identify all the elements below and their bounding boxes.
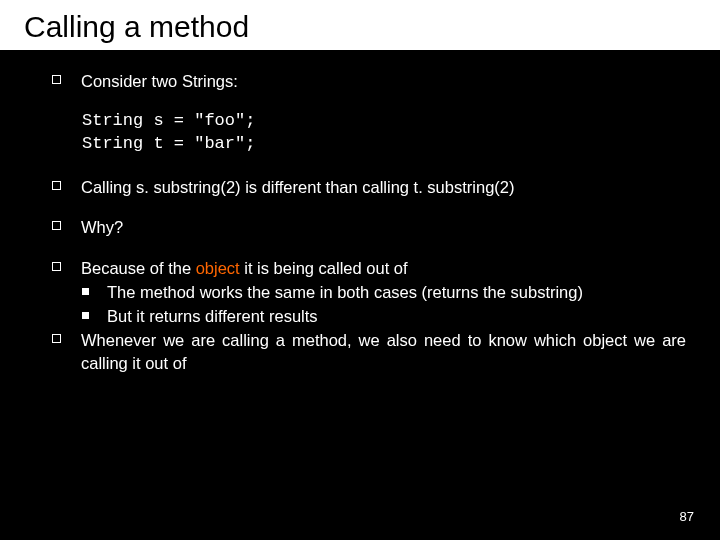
bullet-icon — [52, 262, 61, 271]
text-fragment: Because of the — [81, 259, 196, 277]
bullet-text: Whenever we are calling a method, we als… — [81, 329, 686, 374]
sub-bullet-item: But it returns different results — [52, 305, 686, 327]
slide: Calling a method Consider two Strings: S… — [0, 0, 720, 540]
sub-bullet-icon — [82, 288, 89, 295]
text-fragment: it is being called out of — [240, 259, 408, 277]
bullet-item: Calling s. substring(2) is different tha… — [52, 176, 686, 198]
highlight-word: object — [196, 259, 240, 277]
sub-bullet-text: But it returns different results — [107, 305, 686, 327]
code-line: String s = "foo"; — [82, 111, 255, 130]
bullet-text: Why? — [81, 216, 123, 238]
title-area: Calling a method — [0, 0, 720, 50]
slide-title: Calling a method — [24, 10, 696, 44]
page-number: 87 — [680, 509, 694, 524]
bullet-icon — [52, 181, 61, 190]
body-area: Consider two Strings: String s = "foo"; … — [0, 50, 720, 374]
bullet-icon — [52, 334, 61, 343]
code-line: String t = "bar"; — [82, 134, 255, 153]
bullet-text: Consider two Strings: — [81, 70, 238, 92]
sub-bullet-icon — [82, 312, 89, 319]
bullet-text: Because of the object it is being called… — [81, 257, 686, 279]
code-block: String s = "foo"; String t = "bar"; — [82, 110, 686, 156]
bullet-item: Because of the object it is being called… — [52, 257, 686, 279]
sub-bullet-text: The method works the same in both cases … — [107, 281, 686, 303]
bullet-icon — [52, 75, 61, 84]
bullet-item: Whenever we are calling a method, we als… — [52, 329, 686, 374]
sub-bullet-item: The method works the same in both cases … — [52, 281, 686, 303]
bullet-icon — [52, 221, 61, 230]
bullet-text: Calling s. substring(2) is different tha… — [81, 176, 514, 198]
bullet-item: Why? — [52, 216, 686, 238]
bullet-item: Consider two Strings: — [52, 70, 686, 92]
